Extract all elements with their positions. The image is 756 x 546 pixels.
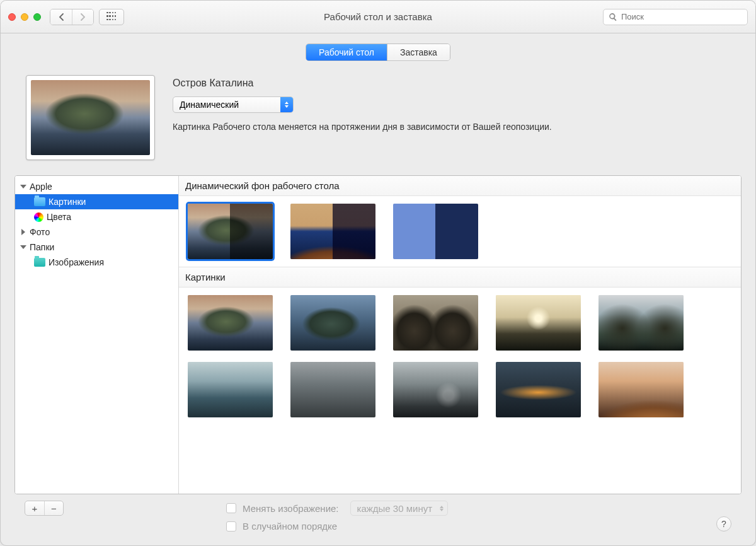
search-icon [609,13,617,21]
picture-thumb[interactable] [496,295,581,351]
close-button[interactable] [8,13,16,21]
sidebar-item-label: Фото [30,227,50,237]
change-interval-select: каждые 30 минут [350,501,449,516]
wallpaper-preview-image [31,80,150,155]
mode-select-label: Динамический [180,100,280,110]
current-wallpaper-section: Остров Каталина Динамический Картинка Ра… [14,75,742,175]
folder-icon [34,197,45,206]
tab-screensaver[interactable]: Заставка [387,44,450,61]
sidebar-item-label: Картинки [49,197,86,207]
titlebar: Рабочий стол и заставка [1,1,755,33]
chevron-left-icon [59,13,64,21]
minimize-button[interactable] [21,13,28,21]
sidebar-item-label: Apple [30,182,52,192]
dynamic-thumbs [179,196,741,267]
tab-desktop[interactable]: Рабочий стол [306,44,387,61]
mode-select[interactable]: Динамический [173,96,294,113]
grid-icon [106,12,117,22]
maximize-button[interactable] [33,13,41,21]
sidebar-item-label: Цвета [47,212,71,222]
wallpaper-preview [26,75,155,160]
wallpaper-info: Остров Каталина Динамический Картинка Ра… [173,75,730,132]
change-picture-checkbox[interactable] [226,503,236,513]
picture-thumbs [179,288,741,425]
search-input[interactable] [621,12,742,21]
back-button[interactable] [50,9,72,25]
color-wheel-icon [34,212,43,222]
search-field[interactable] [603,9,748,25]
picture-thumb[interactable] [188,362,273,417]
prefpane-window: Рабочий стол и заставка Рабочий стол Зас… [0,0,756,546]
sidebar-item-apple[interactable]: Apple [15,179,178,194]
remove-button[interactable]: − [44,501,63,515]
section-dynamic-header: Динамический фон рабочего стола [179,176,741,196]
section-pictures-header: Картинки [179,267,741,288]
picture-thumb[interactable] [598,295,684,351]
content: Рабочий стол Заставка Остров Каталина Ди… [1,33,755,545]
sidebar-item-pictures[interactable]: Картинки [15,194,178,209]
disclosure-triangle-icon [20,229,26,235]
updown-icon [280,97,293,112]
picture-thumb[interactable] [290,295,375,351]
wallpaper-description: Картинка Рабочего стола меняется на прот… [173,122,730,132]
sidebar-item-label: Изображения [49,257,104,267]
bottom-bar: + − Менять изображение: каждые 30 минут … [14,494,742,538]
dynamic-thumb-catalina[interactable] [188,204,273,259]
picture-thumb[interactable] [393,362,478,417]
sidebar-item-photos[interactable]: Фото [15,224,178,240]
sidebar-item-colors[interactable]: Цвета [15,209,178,224]
nav-buttons [50,9,124,25]
sidebar-item-folders[interactable]: Папки [15,240,178,255]
picture-thumb[interactable] [598,362,684,417]
updown-icon [440,506,444,511]
tabs: Рабочий стол Заставка [14,44,742,61]
add-button[interactable]: + [25,501,44,515]
chevron-right-icon [80,13,86,21]
dynamic-thumb-gradient[interactable] [393,204,478,259]
wallpaper-gallery[interactable]: Динамический фон рабочего стола Картинки [179,176,741,494]
picture-thumb[interactable] [393,295,478,351]
help-button[interactable]: ? [716,516,731,531]
change-options: Менять изображение: каждые 30 минут В сл… [226,501,448,531]
picture-thumb[interactable] [188,295,273,351]
dynamic-thumb-mojave[interactable] [290,204,375,259]
sidebar-item-label: Папки [30,242,54,252]
wallpaper-name: Остров Каталина [173,78,730,89]
random-order-row: В случайном порядке [226,521,448,531]
tab-row: Рабочий стол Заставка [306,44,450,61]
change-picture-label: Менять изображение: [243,503,339,514]
disclosure-triangle-icon [20,244,26,250]
source-sidebar: Apple Картинки Цвета Фото Папки [15,176,179,494]
folder-icon [34,258,45,267]
wallpaper-browser: Apple Картинки Цвета Фото Папки [14,175,742,494]
sidebar-item-images[interactable]: Изображения [15,255,178,270]
change-interval-label: каждые 30 минут [357,503,433,514]
random-order-checkbox[interactable] [226,521,236,531]
forward-button[interactable] [72,9,93,25]
show-all-button[interactable] [99,9,124,25]
add-remove-buttons: + − [25,501,64,516]
picture-thumb[interactable] [496,362,581,417]
window-controls [8,13,41,21]
change-picture-row: Менять изображение: каждые 30 минут [226,501,448,516]
random-order-label: В случайном порядке [243,521,337,531]
back-forward [50,9,94,25]
picture-thumb[interactable] [290,362,375,417]
disclosure-triangle-icon [20,183,26,190]
